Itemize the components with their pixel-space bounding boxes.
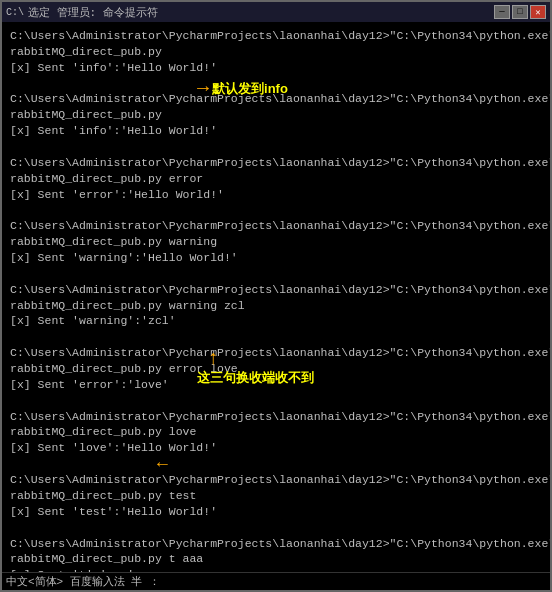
line: C:\Users\Administrator\PycharmProjects\l…	[10, 218, 542, 234]
annotation-3: ←	[157, 452, 168, 476]
title-bar-left: C:\ 选定 管理员: 命令提示符	[6, 5, 158, 20]
status-bar: 中文<简体> 百度输入法 半 ：	[2, 572, 550, 590]
line: C:\Users\Administrator\PycharmProjects\l…	[10, 472, 542, 488]
arrow-icon-3: ←	[157, 452, 168, 476]
line: [x] Sent 't':'aaa'	[10, 567, 542, 572]
arrow-icon-1: →	[197, 75, 209, 102]
line: [x] Sent 'warning':'Hello World!'	[10, 250, 542, 266]
terminal-lines: C:\Users\Administrator\PycharmProjects\l…	[6, 26, 546, 572]
status-text: 中文<简体> 百度输入法 半 ：	[6, 574, 160, 589]
title-buttons: ─ □ ✕	[494, 5, 546, 19]
maximize-button[interactable]: □	[512, 5, 528, 19]
line: [x] Sent 'love':'Hello World!'	[10, 440, 542, 456]
line: [x] Sent 'info':'Hello World!'	[10, 123, 542, 139]
annotation-text-1: 默认发到info	[212, 80, 288, 98]
line: C:\Users\Administrator\PycharmProjects\l…	[10, 409, 542, 425]
line: [x] Sent 'info':'Hello World!'	[10, 60, 542, 76]
line: rabbitMQ_direct_pub.py	[10, 107, 542, 123]
line: rabbitMQ_direct_pub.py test	[10, 488, 542, 504]
line: C:\Users\Administrator\PycharmProjects\l…	[10, 28, 542, 44]
close-button[interactable]: ✕	[530, 5, 546, 19]
line: [x] Sent 'warning':'zcl'	[10, 313, 542, 329]
line	[10, 266, 542, 282]
annotation-text-2: 这三句换收端收不到	[197, 369, 314, 387]
window: C:\ 选定 管理员: 命令提示符 ─ □ ✕ C:\Users\Adminis…	[0, 0, 552, 592]
line: rabbitMQ_direct_pub.py warning zcl	[10, 298, 542, 314]
cmd-icon: C:\	[6, 7, 24, 18]
line: C:\Users\Administrator\PycharmProjects\l…	[10, 282, 542, 298]
line	[10, 202, 542, 218]
arrow-icon-2: ↑	[207, 349, 219, 369]
window-title: 选定 管理员: 命令提示符	[28, 5, 158, 20]
line: C:\Users\Administrator\PycharmProjects\l…	[10, 536, 542, 552]
line: rabbitMQ_direct_pub.py love	[10, 424, 542, 440]
line: rabbitMQ_direct_pub.py t aaa	[10, 551, 542, 567]
terminal: C:\Users\Administrator\PycharmProjects\l…	[2, 22, 550, 572]
line: rabbitMQ_direct_pub.py error	[10, 171, 542, 187]
line: rabbitMQ_direct_pub.py warning	[10, 234, 542, 250]
line: rabbitMQ_direct_pub.py	[10, 44, 542, 60]
line	[10, 329, 542, 345]
annotation-1: → 默认发到info	[197, 75, 288, 102]
line	[10, 393, 542, 409]
line: [x] Sent 'error':'Hello World!'	[10, 187, 542, 203]
line: [x] Sent 'test':'Hello World!'	[10, 504, 542, 520]
content-area: C:\Users\Administrator\PycharmProjects\l…	[2, 22, 550, 572]
line	[10, 456, 542, 472]
line: C:\Users\Administrator\PycharmProjects\l…	[10, 155, 542, 171]
line	[10, 520, 542, 536]
annotation-2: ↑ 这三句换收端收不到	[197, 349, 314, 387]
title-bar: C:\ 选定 管理员: 命令提示符 ─ □ ✕	[2, 2, 550, 22]
line	[10, 139, 542, 155]
minimize-button[interactable]: ─	[494, 5, 510, 19]
